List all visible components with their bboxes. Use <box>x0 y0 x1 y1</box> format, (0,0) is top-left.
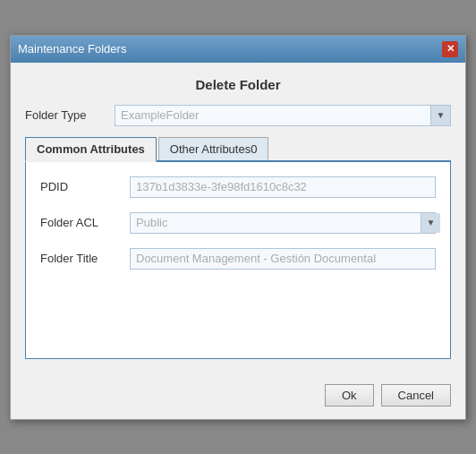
dialog-title: Delete Folder <box>25 77 451 92</box>
tabs-container: Common Attributes Other Attributes0 <box>25 137 451 162</box>
folder-type-row: Folder Type ExampleFolder ▼ <box>25 105 451 126</box>
pdid-label: PDID <box>40 180 130 193</box>
folder-title-row: Folder Title Document Management - Gesti… <box>40 248 436 270</box>
folder-type-value: ExampleFolder <box>121 108 430 122</box>
folder-acl-row: Folder ACL Public ▼ <box>40 212 436 234</box>
pdid-input: 137b1d3833e-3fe98fd1610c8c32 <box>130 176 436 198</box>
folder-acl-value: Public <box>131 213 421 232</box>
ok-button[interactable]: Ok <box>325 384 374 407</box>
title-bar: Maintenance Folders ✕ <box>11 36 465 63</box>
folder-acl-select[interactable]: Public ▼ <box>130 212 436 234</box>
pdid-row: PDID 137b1d3833e-3fe98fd1610c8c32 <box>40 176 436 198</box>
tab-other-attributes[interactable]: Other Attributes0 <box>158 137 269 160</box>
folder-type-select[interactable]: ExampleFolder ▼ <box>115 105 451 126</box>
window-title: Maintenance Folders <box>18 42 126 56</box>
folder-acl-label: Folder ACL <box>40 216 130 229</box>
dialog-body: Delete Folder Folder Type ExampleFolder … <box>11 63 465 373</box>
folder-title-label: Folder Title <box>40 252 130 265</box>
dialog-footer: Ok Cancel <box>11 373 465 419</box>
tab-content-common: PDID 137b1d3833e-3fe98fd1610c8c32 Folder… <box>25 162 451 359</box>
maintenance-folders-dialog: Maintenance Folders ✕ Delete Folder Fold… <box>10 35 466 420</box>
cancel-button[interactable]: Cancel <box>381 384 451 407</box>
folder-type-dropdown-arrow[interactable]: ▼ <box>430 106 450 125</box>
pdid-value: 137b1d3833e-3fe98fd1610c8c32 <box>136 180 307 193</box>
folder-title-input: Document Management - Gestión Documental <box>130 248 436 270</box>
close-button[interactable]: ✕ <box>442 41 458 57</box>
folder-type-label: Folder Type <box>25 108 115 122</box>
tab-common-attributes[interactable]: Common Attributes <box>25 137 157 162</box>
folder-acl-dropdown-arrow[interactable]: ▼ <box>421 213 440 233</box>
folder-title-value: Document Management - Gestión Documental <box>136 252 376 265</box>
